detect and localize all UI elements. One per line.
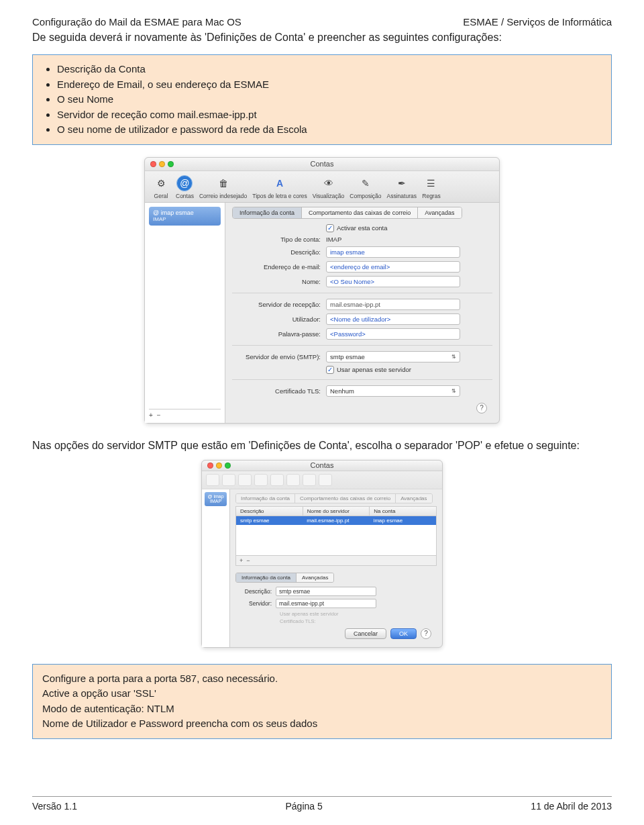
activate-account-checkbox[interactable]: ✓ Activar esta conta bbox=[326, 224, 388, 232]
toolbar-contas[interactable]: @Contas bbox=[176, 175, 194, 199]
account-name: @ imap bbox=[206, 494, 225, 499]
prefs-toolbar: ⚙Geral @Contas 🗑Correio indesejado ATipo… bbox=[145, 171, 499, 203]
name-label: Nome: bbox=[232, 278, 326, 285]
toolbar-compose[interactable]: ✎Composição bbox=[350, 175, 381, 199]
page-header-left: Configuração do Mail da ESMAE para Mac O… bbox=[32, 16, 241, 28]
smtp-desc-label: Descrição: bbox=[235, 588, 276, 595]
gear-icon: ⚙ bbox=[152, 175, 170, 191]
smtp-servers-window: Contas @ imap IMAP bbox=[201, 460, 443, 648]
toolbar-icon bbox=[270, 474, 284, 486]
account-type-value: IMAP bbox=[326, 236, 492, 243]
chevron-updown-icon: ⇅ bbox=[451, 354, 456, 360]
instruction-box-1: Descrição da Conta Endereço de Email, o … bbox=[32, 54, 612, 145]
toolbar-signatures[interactable]: ✒Assinaturas bbox=[387, 175, 417, 199]
smtp-only-checkbox[interactable]: ✓ Usar apenas este servidor bbox=[326, 366, 411, 374]
smtp-detail-tabs: Informação da conta Avançadas bbox=[235, 573, 334, 583]
password-field[interactable]: <Password> bbox=[326, 328, 460, 340]
email-field[interactable]: <endereço de email> bbox=[326, 261, 460, 273]
compose-icon: ✎ bbox=[356, 175, 375, 191]
tab-info: Informação da conta bbox=[236, 494, 295, 503]
tab-advanced[interactable]: Avançadas bbox=[297, 573, 333, 582]
tab-info[interactable]: Informação da conta bbox=[236, 573, 297, 582]
account-type-label: IMAP bbox=[153, 216, 217, 223]
tls-label: Certificado TLS: bbox=[232, 387, 326, 395]
list-item: Endereço de Email, o seu endereço da ESM… bbox=[57, 77, 602, 93]
instruction-line: Modo de autenticação: NTLM bbox=[42, 701, 602, 717]
toolbar-icon bbox=[206, 474, 219, 486]
account-tabs: Informação da conta Comportamento das ca… bbox=[232, 207, 462, 219]
mail-preferences-window: Contas ⚙Geral @Contas 🗑Correio indesejad… bbox=[144, 157, 500, 424]
add-account-button[interactable]: + bbox=[149, 411, 153, 419]
toolbar-icon bbox=[286, 474, 300, 486]
add-smtp-button[interactable]: + bbox=[239, 557, 243, 564]
toolbar-geral[interactable]: ⚙Geral bbox=[152, 175, 170, 199]
toolbar-fonts[interactable]: ATipos de letra e cores bbox=[252, 175, 307, 199]
account-type-label: Tipo de conta: bbox=[232, 236, 326, 243]
toolbar-icon bbox=[254, 474, 268, 486]
incoming-server-label: Servidor de recepção: bbox=[232, 301, 326, 308]
mid-paragraph: Nas opções do servidor SMTP que estão em… bbox=[32, 440, 612, 452]
rules-icon: ☰ bbox=[422, 175, 441, 191]
tls-select[interactable]: Nenhum⇅ bbox=[326, 385, 460, 397]
smtp-server-label: Servidor: bbox=[235, 600, 276, 607]
window-title: Contas bbox=[145, 160, 499, 168]
name-field[interactable]: <O Seu Nome> bbox=[326, 276, 460, 287]
sidebar-account-item[interactable]: @ imap IMAP bbox=[205, 492, 227, 506]
list-item: O seu Nome bbox=[57, 92, 602, 107]
account-tabs-disabled: Informação da conta Comportamento das ca… bbox=[235, 493, 433, 503]
footer-version: Versão 1.1 bbox=[32, 801, 77, 812]
smtp-desc-field[interactable]: smtp esmae bbox=[276, 587, 376, 596]
toolbar-icon bbox=[319, 474, 332, 486]
smtp-table: smtp esmae mail.esmae-ipp.pt imap esmae bbox=[235, 516, 437, 556]
instruction-line: Configure a porta para a porta 587, caso… bbox=[42, 671, 602, 687]
email-label: Endereço de e-mail: bbox=[232, 263, 326, 271]
instruction-line: Active a opção usar 'SSL' bbox=[42, 686, 602, 701]
tab-info[interactable]: Informação da conta bbox=[233, 207, 302, 218]
window-titlebar: Contas bbox=[145, 158, 499, 171]
col-servidor: Nome do servidor bbox=[303, 507, 370, 516]
tab-mailbox-behavior[interactable]: Comportamento das caixas de correio bbox=[302, 207, 418, 218]
window-titlebar: Contas bbox=[202, 460, 442, 471]
toolbar-junk[interactable]: 🗑Correio indesejado bbox=[199, 175, 247, 199]
toolbar-view[interactable]: 👁Visualização bbox=[313, 175, 345, 199]
remove-account-button[interactable]: − bbox=[157, 411, 161, 419]
username-field[interactable]: <Nome de utilizador> bbox=[326, 313, 460, 325]
disabled-option: Usar apenas este servidor bbox=[280, 611, 437, 617]
tab-mailbox-behavior: Comportamento das caixas de correio bbox=[295, 494, 396, 503]
cancel-button[interactable]: Cancelar bbox=[345, 628, 386, 639]
smtp-server-field[interactable]: mail.esmae-ipp.pt bbox=[276, 599, 376, 608]
table-row[interactable]: smtp esmae mail.esmae-ipp.pt imap esmae bbox=[236, 516, 436, 525]
toolbar-icon bbox=[238, 474, 252, 486]
accounts-sidebar: @ imap IMAP bbox=[202, 489, 230, 647]
account-name: @ imap esmae bbox=[153, 209, 217, 217]
footer-date: 11 de Abril de 2013 bbox=[531, 801, 612, 812]
tab-advanced[interactable]: Avançadas bbox=[418, 207, 461, 218]
list-item: O seu nome de utilizador e password da r… bbox=[57, 122, 602, 138]
incoming-server-field[interactable]: mail.esmae-ipp.pt bbox=[326, 299, 460, 310]
eye-icon: 👁 bbox=[319, 175, 338, 191]
remove-smtp-button[interactable]: − bbox=[246, 557, 250, 564]
help-button[interactable]: ? bbox=[476, 403, 487, 414]
disabled-option: Certificado TLS: bbox=[280, 618, 437, 624]
tab-advanced: Avançadas bbox=[396, 494, 431, 503]
fonts-icon: A bbox=[270, 175, 289, 191]
toolbar-rules[interactable]: ☰Regras bbox=[422, 175, 441, 199]
at-icon: @ bbox=[176, 175, 193, 191]
sidebar-account-item[interactable]: @ imap esmae IMAP bbox=[149, 207, 221, 226]
description-field[interactable]: imap esmae bbox=[326, 246, 460, 258]
checkbox-icon: ✓ bbox=[326, 366, 334, 374]
password-label: Palavra-passe: bbox=[232, 330, 326, 338]
instruction-line: Nome de Utilizador e Password preencha c… bbox=[42, 716, 602, 732]
accounts-sidebar: @ imap esmae IMAP + − bbox=[145, 203, 225, 423]
col-descricao: Descrição bbox=[236, 507, 303, 516]
chevron-updown-icon: ⇅ bbox=[451, 388, 456, 394]
account-type-label: IMAP bbox=[206, 499, 225, 504]
help-button[interactable]: ? bbox=[421, 628, 431, 639]
ok-button[interactable]: OK bbox=[390, 628, 417, 639]
smtp-select[interactable]: smtp esmae⇅ bbox=[326, 351, 460, 362]
window-title: Contas bbox=[202, 461, 442, 469]
username-label: Utilizador: bbox=[232, 316, 326, 323]
instruction-list-1: Descrição da Conta Endereço de Email, o … bbox=[57, 62, 602, 138]
intro-paragraph: De seguida deverá ir novamente às 'Defin… bbox=[32, 32, 612, 44]
col-conta: Na conta bbox=[370, 507, 436, 516]
